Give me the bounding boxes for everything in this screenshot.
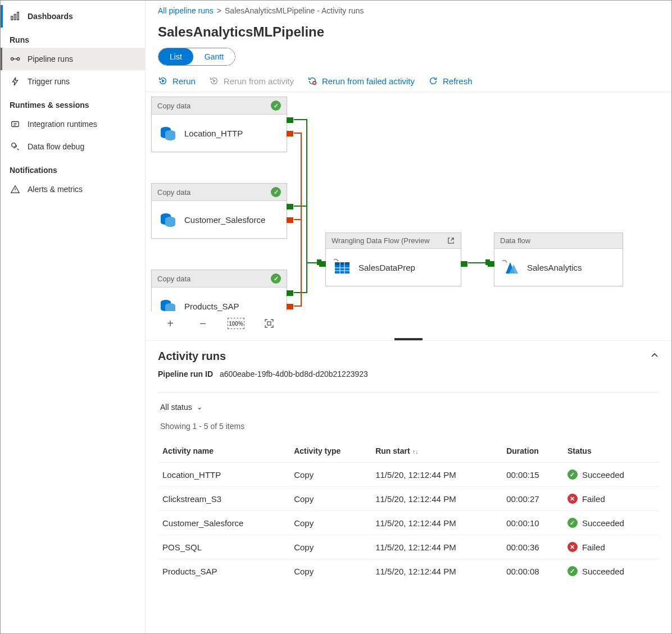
success-icon: [567, 469, 578, 480]
breadcrumb-current: SalesAnalyticsMLPipeline - Activity runs: [225, 6, 364, 15]
rerun-from-activity-button: Rerun from activity: [209, 76, 294, 86]
toggle-gantt[interactable]: Gantt: [193, 48, 235, 65]
svg-rect-2: [17, 12, 19, 20]
database-icon: [158, 210, 178, 229]
sidebar-item-label: Alerts & metrics: [28, 185, 83, 194]
open-icon[interactable]: [447, 236, 455, 245]
dataflow-icon: [501, 258, 520, 277]
node-customer-salesforce[interactable]: Copy data Customer_Salesforce: [151, 183, 287, 239]
node-name: Customer_Salesforce: [184, 215, 265, 225]
cell-type: Copy: [289, 511, 371, 535]
activity-title: Activity runs: [158, 350, 226, 363]
svg-rect-1: [14, 14, 16, 20]
cell-start: 11/5/20, 12:12:44 PM: [371, 463, 502, 487]
cell-name: Customer_Salesforce: [158, 511, 289, 535]
sidebar-item-alerts[interactable]: Alerts & metrics: [1, 178, 145, 200]
cell-duration: 00:00:36: [502, 535, 563, 559]
zoom-100-button[interactable]: 100%: [228, 318, 244, 329]
showing-count: Showing 1 - 5 of 5 items: [158, 415, 659, 437]
node-salesdataprep[interactable]: Wrangling Data Flow (Preview SalesDataPr…: [325, 232, 461, 286]
table-row[interactable]: Customer_SalesforceCopy11/5/20, 12:12:44…: [158, 511, 659, 535]
pipeline-icon: [10, 53, 21, 65]
success-icon: [567, 518, 578, 528]
table-row[interactable]: Clickstream_S3Copy11/5/20, 12:12:44 PM00…: [158, 487, 659, 511]
cell-duration: 00:00:08: [502, 559, 563, 583]
svg-point-4: [17, 58, 20, 61]
activity-runs-section: Activity runs Pipeline run ID a600eabe-1…: [146, 340, 671, 592]
sidebar: Dashboards Runs Pipeline runs Trigger ru…: [1, 1, 146, 633]
node-location-http[interactable]: Copy data Location_HTTP: [151, 97, 287, 152]
sort-icon: ↑↓: [412, 448, 419, 455]
chevron-down-icon: ⌄: [197, 403, 202, 411]
col-activity-type[interactable]: Activity type: [289, 440, 371, 463]
col-run-start[interactable]: Run start↑↓: [371, 440, 502, 463]
table-row[interactable]: Products_SAPCopy11/5/20, 12:12:44 PM00:0…: [158, 559, 659, 583]
svg-rect-15: [335, 262, 349, 265]
page-title: SalesAnalyticsMLPipeline: [146, 21, 671, 48]
refresh-label: Refresh: [443, 76, 473, 86]
col-activity-name[interactable]: Activity name: [158, 440, 289, 463]
success-icon: [271, 187, 281, 197]
breadcrumb-separator: >: [217, 6, 221, 15]
database-icon: [158, 297, 178, 311]
rerun-failed-label: Rerun from failed activity: [322, 76, 415, 86]
table-icon: [333, 258, 352, 277]
run-id-label: Pipeline run ID: [158, 370, 213, 378]
main-content: All pipeline runs > SalesAnalyticsMLPipe…: [146, 1, 671, 633]
col-duration[interactable]: Duration: [502, 440, 563, 463]
zoom-in-button[interactable]: +: [162, 316, 178, 331]
svg-rect-5: [12, 122, 19, 127]
cell-type: Copy: [289, 463, 371, 487]
fail-icon: [567, 542, 578, 552]
breadcrumb: All pipeline runs > SalesAnalyticsMLPipe…: [146, 1, 671, 21]
database-icon: [158, 124, 178, 143]
sidebar-item-dataflow-debug[interactable]: Data flow debug: [1, 135, 145, 158]
success-icon: [271, 273, 281, 284]
fit-screen-button[interactable]: [261, 316, 277, 331]
node-type: Copy data: [157, 188, 190, 197]
col-status[interactable]: Status: [563, 440, 659, 463]
cell-start: 11/5/20, 12:12:44 PM: [371, 559, 502, 583]
node-name: Products_SAP: [184, 302, 239, 311]
rerun-activity-label: Rerun from activity: [224, 76, 294, 86]
cell-type: Copy: [289, 487, 371, 511]
cell-duration: 00:00:10: [502, 511, 563, 535]
cell-status: Succeeded: [563, 463, 659, 487]
cell-status: Failed: [563, 535, 659, 559]
breadcrumb-root[interactable]: All pipeline runs: [158, 6, 214, 15]
cell-type: Copy: [289, 559, 371, 583]
cell-name: Products_SAP: [158, 559, 289, 583]
alert-icon: [10, 184, 21, 195]
sidebar-item-dashboards[interactable]: Dashboards: [1, 5, 145, 28]
table-row[interactable]: POS_SQLCopy11/5/20, 12:12:44 PM00:00:36F…: [158, 535, 659, 559]
toggle-list[interactable]: List: [158, 48, 193, 65]
table-row[interactable]: Location_HTTPCopy11/5/20, 12:12:44 PM00:…: [158, 463, 659, 487]
refresh-button[interactable]: Refresh: [428, 76, 473, 86]
sidebar-item-label: Dashboards: [28, 12, 73, 21]
node-type: Copy data: [157, 102, 190, 110]
pipeline-canvas[interactable]: Copy data Location_HTTP Copy data Custom…: [146, 92, 671, 311]
sidebar-item-trigger-runs[interactable]: Trigger runs: [1, 70, 145, 93]
fail-icon: [567, 494, 578, 504]
cell-start: 11/5/20, 12:12:44 PM: [371, 487, 502, 511]
collapse-button[interactable]: [650, 351, 659, 362]
activity-table: Activity name Activity type Run start↑↓ …: [158, 440, 659, 583]
node-products-sap[interactable]: Copy data Products_SAP: [151, 270, 287, 311]
sidebar-item-label: Data flow debug: [28, 142, 84, 151]
sidebar-item-integration-runtimes[interactable]: Integration runtimes: [1, 113, 145, 135]
status-filter[interactable]: All status ⌄: [158, 399, 205, 415]
runtime-icon: [10, 118, 21, 130]
rerun-from-failed-button[interactable]: Rerun from failed activity: [307, 76, 415, 86]
sidebar-header-runs: Runs: [1, 28, 145, 48]
node-salesanalytics[interactable]: Data flow SalesAnalytics: [494, 232, 623, 286]
cell-name: POS_SQL: [158, 535, 289, 559]
svg-point-3: [11, 58, 13, 61]
zoom-out-button[interactable]: −: [195, 316, 211, 331]
rerun-label: Rerun: [172, 76, 196, 86]
run-id-value: a600eabe-19fb-4d0b-bd8d-d20b21223923: [220, 370, 368, 378]
success-icon: [271, 101, 281, 111]
sidebar-item-pipeline-runs[interactable]: Pipeline runs: [1, 48, 145, 70]
cell-status: Succeeded: [563, 511, 659, 535]
svg-rect-16: [267, 322, 271, 325]
rerun-button[interactable]: Rerun: [158, 76, 196, 86]
